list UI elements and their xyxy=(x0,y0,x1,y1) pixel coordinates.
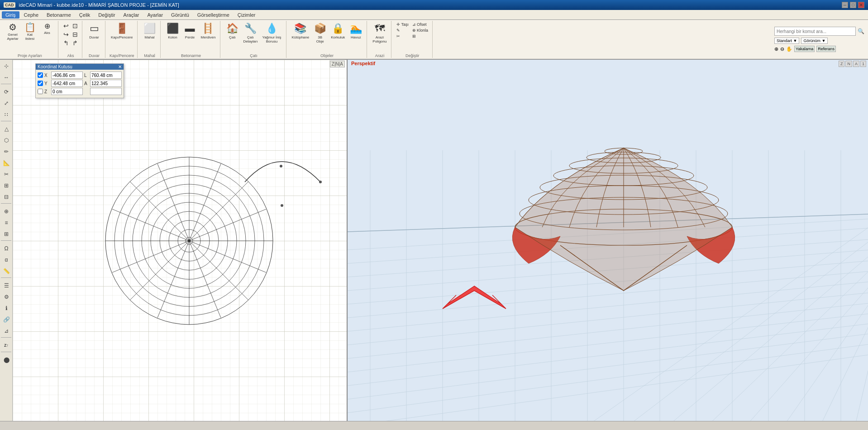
coord-z-r-input[interactable] xyxy=(90,88,122,95)
menu-item-ayarlar[interactable]: Ayarlar xyxy=(143,11,167,19)
genel-ayarlar-button[interactable]: ⚙ GenelAyarlar xyxy=(5,22,21,42)
cati-button[interactable]: 🏠 Çatı xyxy=(224,22,240,40)
tb-snap[interactable]: ∷ xyxy=(1,109,12,120)
search-input[interactable] xyxy=(774,27,856,36)
undo-icon: ↩ xyxy=(63,22,69,29)
kapi-pencere-button[interactable]: 🚪 Kapı/Pencere xyxy=(109,22,134,40)
tb-link[interactable]: 🔗 xyxy=(1,314,12,325)
back-button[interactable]: ↰ xyxy=(62,39,70,47)
coord-z-check[interactable] xyxy=(38,89,43,94)
tb-alpha[interactable]: α xyxy=(1,254,12,265)
vp3d-n-btn[interactable]: N xyxy=(845,61,852,67)
3b-obje-button[interactable]: 📦 3BObje xyxy=(312,22,328,44)
coord-box-title: Koordinat Kutusu ✕ xyxy=(36,64,124,70)
havuz-button[interactable]: 🏊 Havuz xyxy=(348,22,364,40)
menu-item-goruntu[interactable]: Görüntü xyxy=(167,11,193,19)
arazi-poligonu-button[interactable]: 🗺 AraziPoligonu xyxy=(371,22,388,44)
vp3d-z-btn[interactable]: Z xyxy=(839,61,845,67)
cati-icon: 🏠 xyxy=(226,23,238,34)
tb-scale[interactable]: ⤢ xyxy=(1,98,12,109)
menu-item-gorsellestime[interactable]: Görselleştirme xyxy=(194,11,233,19)
tb-move[interactable]: ↔ xyxy=(1,72,12,83)
tb-list[interactable]: ≡ xyxy=(1,217,12,228)
ciz-button[interactable]: ✎ xyxy=(395,28,410,33)
coord-y-input[interactable] xyxy=(51,80,83,87)
zoom-out-button[interactable]: ⊖ xyxy=(780,46,784,52)
tb-select[interactable]: ⊹ xyxy=(1,61,12,72)
tasi-button[interactable]: ✛ Taşı xyxy=(395,22,410,27)
tb-measure[interactable]: 📏 xyxy=(1,266,12,277)
menu-item-celik[interactable]: Çelik xyxy=(76,11,94,19)
menu-item-degistir[interactable]: Değiştir xyxy=(95,11,119,19)
forward-button[interactable]: ↱ xyxy=(71,39,79,47)
menu-item-araclar[interactable]: Araçlar xyxy=(120,11,143,19)
mirror-button[interactable]: ⊟ xyxy=(71,30,79,38)
tb-grid[interactable]: ⊞ xyxy=(1,180,12,191)
kolon-button[interactable]: ⬛ Kolon xyxy=(164,22,181,40)
coord-box-close-button[interactable]: ✕ xyxy=(118,64,122,69)
viewport-2d[interactable]: Koordinat Kutusu ✕ X L Y A xyxy=(13,60,348,421)
yagmur-inis-borusu-button[interactable]: 💧 Yağmur İnişBorusu xyxy=(260,22,283,44)
tb-layers[interactable]: ☰ xyxy=(1,280,12,291)
korkuluk-button[interactable]: 🔒 Korkuluk xyxy=(329,22,347,40)
menu-item-cephe[interactable]: Cephe xyxy=(20,11,42,19)
tb-filter[interactable]: ⊿ xyxy=(1,325,12,336)
undo-button[interactable]: ↩ xyxy=(62,22,70,30)
tb-omega[interactable]: Ω xyxy=(1,243,12,254)
title-text: ideCAD Mimari - kubbe.ide10 - MİMARİ ŞAB… xyxy=(19,2,179,8)
tb-minus[interactable]: ⊟ xyxy=(1,191,12,202)
redo-button[interactable]: ↪ xyxy=(62,30,70,38)
ofset-icon: ⊿ xyxy=(412,22,416,27)
kes-button[interactable]: ✂ xyxy=(395,33,410,39)
tb-expand[interactable]: ⬤ xyxy=(1,354,12,365)
mahal-button[interactable]: ⬜ Mahal xyxy=(141,22,157,40)
close-button[interactable]: ✕ xyxy=(858,2,864,8)
minimize-button[interactable]: ─ xyxy=(842,2,848,8)
tb-z-axis[interactable]: Z↑ xyxy=(1,340,12,351)
cati-detaylari-button[interactable]: 🔧 ÇatıDetayları xyxy=(241,22,259,44)
menu-item-cizimler[interactable]: Çizimler xyxy=(234,11,259,19)
referans-button[interactable]: Referans xyxy=(816,46,836,52)
coord-l-input[interactable] xyxy=(90,72,122,79)
snap-button[interactable]: ⊡ xyxy=(71,22,79,30)
tb-hex[interactable]: ⬡ xyxy=(1,135,12,146)
vp3d-1-btn[interactable]: 1 xyxy=(860,61,866,67)
klonla-button[interactable]: ⊕ Klonla xyxy=(411,28,429,33)
zoom-in-button[interactable]: ⊕ xyxy=(774,46,778,52)
snap-icon: ⊡ xyxy=(72,22,78,29)
kat-listesi-button[interactable]: 📋 Katlistesi xyxy=(22,22,38,42)
tb-scissors[interactable]: ✂ xyxy=(1,169,12,180)
tb-pen[interactable]: ✏ xyxy=(1,146,12,157)
genel-ayarlar-icon: ⚙ xyxy=(9,23,17,32)
standart-dropdown[interactable]: Standart ▼ xyxy=(774,38,799,44)
aks-button[interactable]: ⊕ Aks xyxy=(39,22,55,36)
perde-button[interactable]: ▬ Perde xyxy=(181,22,198,40)
tb-info[interactable]: ℹ xyxy=(1,303,12,314)
yakalama-button[interactable]: Yakalama xyxy=(794,46,815,52)
maximize-button[interactable]: □ xyxy=(850,2,856,8)
tb-angle[interactable]: 📐 xyxy=(1,158,12,168)
coord-z-input[interactable] xyxy=(51,88,83,95)
window-controls[interactable]: ─ □ ✕ xyxy=(842,2,864,8)
duvar-button[interactable]: ▭ Duvar xyxy=(86,22,102,40)
gorunum-dropdown[interactable]: Görünüm ▼ xyxy=(801,38,828,44)
coord-x-input[interactable] xyxy=(51,72,83,79)
menu-item-betonarme[interactable]: Betonarme xyxy=(43,11,75,19)
tb-settings[interactable]: ⚙ xyxy=(1,291,12,302)
coord-y-check[interactable] xyxy=(38,81,43,86)
kutuphane-button[interactable]: 📚 Kütüphane xyxy=(290,22,311,40)
coord-x-check[interactable] xyxy=(38,72,43,78)
tb-triangle[interactable]: △ xyxy=(1,124,12,134)
viewport-3d[interactable]: Perspektif Z N A 1 xyxy=(348,60,868,421)
tb-grid2[interactable]: ⊞ xyxy=(1,229,12,239)
pan-button[interactable]: ✋ xyxy=(786,46,792,52)
tb-rotate[interactable]: ⟳ xyxy=(1,86,12,97)
extra-button[interactable]: ⊞ xyxy=(411,33,429,39)
ofset-button[interactable]: ⊿ Ofset xyxy=(411,22,429,27)
tb-add[interactable]: ⊕ xyxy=(1,206,12,217)
merdiven-button[interactable]: 🪜 Merdiven xyxy=(199,22,217,40)
coord-a-input[interactable] xyxy=(90,80,122,87)
merdiven-icon: 🪜 xyxy=(202,23,214,34)
menu-item-giris[interactable]: Giriş xyxy=(2,11,19,19)
vp3d-a-btn[interactable]: A xyxy=(853,61,859,67)
